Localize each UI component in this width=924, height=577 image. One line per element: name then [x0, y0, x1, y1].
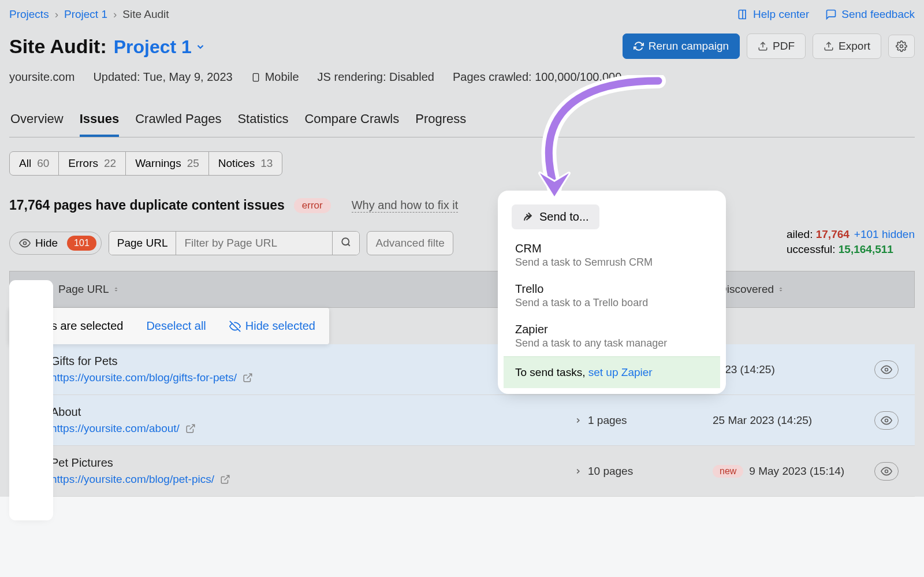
chat-icon — [825, 9, 837, 20]
send-to-menu-item[interactable]: TrelloSend a task to a Trello board — [504, 276, 720, 316]
send-feedback-label: Send feedback — [841, 8, 915, 21]
pages-crawled-label: Pages crawled: 100,000/100,000 — [453, 70, 621, 84]
external-link-icon[interactable] — [243, 373, 253, 383]
filter-warnings[interactable]: Warnings25 — [126, 152, 209, 175]
settings-button[interactable] — [888, 35, 915, 58]
column-discovered[interactable]: Discovered — [712, 271, 874, 307]
chevron-right-icon: › — [55, 8, 58, 21]
project-name: Project 1 — [114, 36, 192, 58]
eye-icon — [19, 237, 31, 249]
discovered-cell: new 9 May 2023 (15:14) — [713, 465, 874, 478]
send-to-label: Send to... — [539, 210, 589, 224]
svg-point-0 — [900, 45, 903, 48]
hide-count-badge: 101 — [67, 236, 96, 251]
send-feedback-link[interactable]: Send feedback — [825, 8, 915, 21]
how-to-fix-link[interactable]: Why and how to fix it — [352, 199, 459, 213]
breadcrumb-projects[interactable]: Projects — [9, 8, 49, 21]
page-url-link[interactable]: https://yoursite.com/blog/gifts-for-pets… — [51, 371, 237, 384]
url-filter-label[interactable]: Page URL — [109, 232, 177, 255]
send-to-menu-item[interactable]: CRMSend a task to Semrush CRM — [504, 235, 720, 276]
sort-icon — [777, 285, 784, 293]
row-hide-button[interactable] — [874, 411, 899, 430]
filter-errors[interactable]: Errors22 — [59, 152, 126, 175]
domain-label: yoursite.com — [9, 70, 74, 84]
similar-pages-cell[interactable]: 10 pages — [574, 465, 713, 478]
svg-point-10 — [885, 470, 888, 472]
page-url-link[interactable]: https://yoursite.com/blog/pet-pics/ — [51, 473, 214, 486]
page-title: Site Audit: — [9, 35, 107, 58]
help-center-label: Help center — [753, 8, 809, 21]
similar-pages-cell[interactable]: 1 pages — [574, 414, 713, 427]
upload-icon — [824, 41, 834, 51]
breadcrumb-row: Projects › Project 1 › Site Audit Help c… — [9, 8, 915, 21]
hidden-count-link[interactable]: +101 hidden — [854, 228, 915, 240]
rerun-label: Rerun campaign — [649, 40, 729, 53]
url-filter: Page URL — [109, 231, 360, 255]
table-row: About https://yoursite.com/about/ 1 page… — [9, 395, 915, 446]
issue-heading: 17,764 pages have duplicate content issu… — [9, 198, 285, 213]
external-link-icon[interactable] — [220, 474, 230, 485]
advanced-filters-input[interactable]: Advanced filte — [367, 231, 453, 255]
send-to-button[interactable]: Send to... — [512, 204, 599, 229]
tab-crawled-pages[interactable]: Crawled Pages — [135, 111, 221, 137]
rerun-campaign-button[interactable]: Rerun campaign — [623, 33, 740, 59]
discovered-cell: 25 Mar 2023 (14:25) — [713, 414, 874, 427]
book-icon — [737, 9, 748, 20]
checkbox-column-highlight — [14, 285, 49, 516]
page-title-cell: Pet Pictures — [51, 456, 574, 470]
page-title-cell: About — [51, 405, 574, 419]
svg-rect-1 — [253, 73, 258, 81]
share-arrow-icon — [522, 211, 534, 223]
row-hide-button[interactable] — [874, 462, 899, 481]
upload-icon — [758, 41, 768, 51]
url-filter-input[interactable] — [176, 232, 332, 255]
table-row: Pet Pictures https://yoursite.com/blog/p… — [9, 446, 915, 497]
eye-off-icon — [229, 321, 241, 332]
table-row: Gifts for Pets https://yoursite.com/blog… — [9, 344, 915, 395]
new-badge: new — [713, 465, 743, 478]
device-label: Mobile — [251, 70, 299, 84]
hide-selected-button[interactable]: Hide selected — [229, 319, 315, 333]
row-hide-button[interactable] — [874, 360, 899, 379]
breadcrumb-current: Site Audit — [122, 8, 169, 21]
gear-icon — [896, 40, 907, 52]
breadcrumb-project[interactable]: Project 1 — [64, 8, 107, 21]
selection-bar: 2 rows are selected Deselect all Hide se… — [9, 308, 329, 344]
export-label: Export — [839, 40, 870, 53]
page-url-link[interactable]: https://yoursite.com/about/ — [51, 422, 180, 435]
tabs: Overview Issues Crawled Pages Statistics… — [9, 111, 915, 137]
search-button[interactable] — [332, 232, 359, 255]
export-button[interactable]: Export — [813, 33, 881, 59]
refresh-icon — [634, 41, 644, 51]
page-title-cell: Gifts for Pets — [51, 355, 574, 368]
column-page-url[interactable]: Page URL — [51, 271, 573, 307]
mobile-icon — [251, 71, 260, 84]
send-to-popover: Send to... CRMSend a task to Semrush CRM… — [504, 196, 720, 388]
search-icon — [341, 237, 351, 247]
svg-point-3 — [24, 242, 27, 245]
tab-overview[interactable]: Overview — [10, 111, 64, 137]
severity-filter: All60 Errors22 Warnings25 Notices13 — [9, 151, 282, 176]
send-to-menu-item[interactable]: ZapierSend a task to any task manager — [504, 316, 720, 356]
pdf-button[interactable]: PDF — [747, 33, 806, 59]
tab-progress[interactable]: Progress — [415, 111, 466, 137]
error-badge: error — [294, 198, 331, 213]
filter-all[interactable]: All60 — [10, 152, 59, 175]
external-link-icon[interactable] — [185, 423, 196, 434]
meta-row: yoursite.com Updated: Tue, May 9, 2023 M… — [9, 70, 915, 84]
pdf-label: PDF — [773, 40, 795, 53]
tab-statistics[interactable]: Statistics — [237, 111, 288, 137]
updated-label: Updated: Tue, May 9, 2023 — [93, 70, 232, 84]
tab-compare-crawls[interactable]: Compare Crawls — [304, 111, 399, 137]
sort-icon — [113, 285, 120, 293]
filter-notices[interactable]: Notices13 — [209, 152, 282, 175]
total-checks: ailed: 17,764+101 hidden uccessful: 15,1… — [787, 228, 915, 258]
deselect-all-button[interactable]: Deselect all — [146, 319, 206, 333]
tab-issues[interactable]: Issues — [80, 111, 120, 137]
discovered-cell: 2023 (14:25) — [713, 363, 874, 376]
hide-button[interactable]: Hide 101 — [9, 232, 102, 255]
chevron-right-icon: › — [113, 8, 117, 21]
project-selector[interactable]: Project 1 — [114, 36, 206, 58]
help-center-link[interactable]: Help center — [737, 8, 809, 21]
setup-zapier-link[interactable]: set up Zapier — [588, 366, 653, 378]
